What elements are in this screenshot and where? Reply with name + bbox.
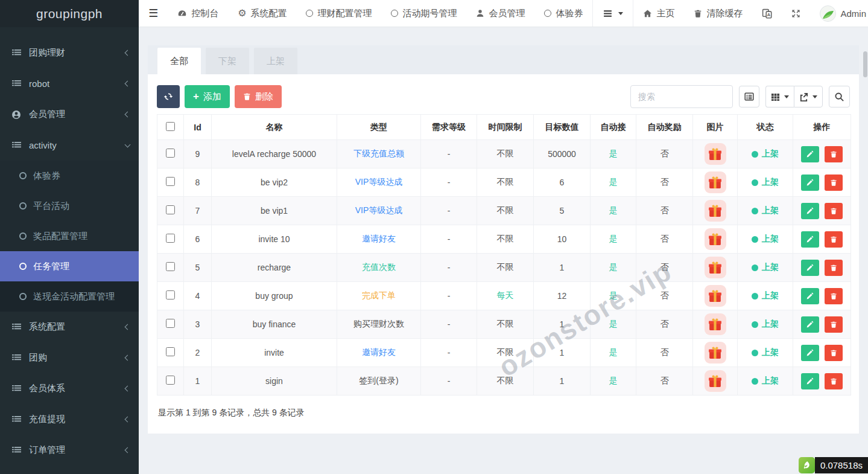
- tab-all[interactable]: 全部: [157, 48, 201, 74]
- gift-image[interactable]: [705, 257, 726, 278]
- scrollbar-thumb[interactable]: [863, 51, 867, 77]
- col-header-status[interactable]: 状态: [738, 115, 793, 140]
- delete-button[interactable]: 删除: [235, 85, 282, 108]
- columns-button[interactable]: [765, 86, 794, 107]
- gift-image[interactable]: [705, 143, 726, 165]
- cell-type[interactable]: VIP等级达成: [355, 205, 403, 215]
- pencil-icon: [806, 207, 814, 215]
- cell-type[interactable]: 邀请好友: [362, 234, 396, 243]
- delete-row-button[interactable]: [825, 146, 843, 162]
- sidebar-item-orders[interactable]: 订单管理: [0, 435, 139, 466]
- sidebar-item-recharge-withdraw[interactable]: 充值提现: [0, 404, 139, 435]
- refresh-button[interactable]: [157, 85, 180, 108]
- delete-row-button[interactable]: [825, 345, 843, 361]
- col-header-time-limit[interactable]: 时间限制: [477, 115, 534, 140]
- gift-icon: [708, 147, 723, 162]
- edit-row-button[interactable]: [801, 373, 819, 389]
- performance-badge: 0.078518s: [799, 457, 868, 473]
- row-checkbox[interactable]: [166, 177, 175, 186]
- select-all-checkbox[interactable]: [166, 122, 175, 131]
- edit-row-button[interactable]: [801, 288, 819, 304]
- brand-logo[interactable]: groupingph: [0, 0, 139, 27]
- col-header-actions[interactable]: 操作: [793, 115, 851, 140]
- nav-item-translate[interactable]: A: [752, 0, 782, 27]
- sidebar-toggle-button[interactable]: ☰: [139, 0, 168, 27]
- nav-item-vouchers[interactable]: 体验券: [534, 0, 592, 27]
- col-header-req-level[interactable]: 需求等级: [421, 115, 477, 140]
- delete-row-button[interactable]: [825, 231, 843, 248]
- add-button[interactable]: + 添加: [185, 85, 230, 108]
- gift-image[interactable]: [705, 171, 726, 193]
- nav-item-home[interactable]: 主页: [633, 0, 684, 27]
- search-input[interactable]: [630, 85, 733, 108]
- user-menu[interactable]: Admin: [810, 0, 868, 27]
- sidebar-subitem-prize-config[interactable]: 奖品配置管理: [0, 221, 139, 251]
- delete-row-button[interactable]: [825, 203, 843, 219]
- edit-row-button[interactable]: [801, 316, 819, 333]
- nav-item-members[interactable]: 会员管理: [466, 0, 534, 27]
- tab-on-shelf[interactable]: 上架: [254, 48, 297, 74]
- row-checkbox[interactable]: [166, 347, 175, 356]
- gift-image[interactable]: [705, 200, 726, 222]
- row-checkbox[interactable]: [166, 205, 175, 214]
- cell-type[interactable]: VIP等级达成: [355, 177, 403, 187]
- tab-off-shelf[interactable]: 下架: [206, 48, 249, 74]
- edit-row-button[interactable]: [801, 175, 819, 191]
- sidebar-item-activity[interactable]: activity: [0, 130, 139, 161]
- sidebar-item-group-finance[interactable]: 团购理财: [0, 37, 139, 68]
- sidebar-subitem-cash-activity-config[interactable]: 送现金活动配置管理: [0, 281, 139, 312]
- nav-item-period-management[interactable]: 活动期号管理: [381, 0, 466, 27]
- nav-item-fullscreen[interactable]: [782, 0, 810, 27]
- col-header-id[interactable]: Id: [184, 115, 212, 140]
- nav-menu-dropdown[interactable]: [592, 0, 633, 27]
- export-button[interactable]: [794, 86, 823, 107]
- sidebar-subitem-vouchers[interactable]: 体验券: [0, 161, 139, 191]
- edit-row-button[interactable]: [801, 260, 819, 276]
- gift-image[interactable]: [705, 370, 726, 392]
- cell-req-level: -: [421, 225, 477, 254]
- sidebar-item-robot[interactable]: robot: [0, 68, 139, 99]
- toggle-view-button[interactable]: [739, 86, 759, 107]
- col-header-type[interactable]: 类型: [337, 115, 421, 140]
- row-checkbox[interactable]: [166, 262, 175, 271]
- sidebar-subitem-task-management[interactable]: 任务管理: [0, 251, 139, 281]
- row-checkbox[interactable]: [166, 149, 175, 158]
- nav-item-finance-config[interactable]: 理财配置管理: [296, 0, 381, 27]
- edit-row-button[interactable]: [801, 345, 819, 361]
- gift-image[interactable]: [705, 313, 726, 335]
- col-header-name[interactable]: 名称: [212, 115, 337, 140]
- status-badge: 上架: [752, 262, 779, 273]
- delete-row-button[interactable]: [825, 316, 843, 333]
- delete-row-button[interactable]: [825, 260, 843, 276]
- select-all-header[interactable]: [157, 115, 184, 140]
- sidebar-item-system-config[interactable]: 系统配置: [0, 312, 139, 342]
- col-header-target[interactable]: 目标数值: [534, 115, 591, 140]
- pencil-icon: [806, 377, 814, 385]
- col-header-image[interactable]: 图片: [693, 115, 738, 140]
- edit-row-button[interactable]: [801, 146, 819, 162]
- col-header-auto-reward[interactable]: 自动奖励: [636, 115, 693, 140]
- edit-row-button[interactable]: [801, 203, 819, 219]
- nav-item-dashboard[interactable]: 控制台: [168, 0, 228, 27]
- row-checkbox[interactable]: [166, 290, 175, 299]
- cell-type[interactable]: 下级充值总额: [353, 149, 404, 158]
- delete-row-button[interactable]: [825, 175, 843, 191]
- search-button[interactable]: [829, 86, 850, 107]
- gift-image[interactable]: [705, 285, 726, 307]
- row-checkbox[interactable]: [166, 234, 175, 243]
- sidebar-item-groupbuy[interactable]: 团购: [0, 342, 139, 373]
- delete-row-button[interactable]: [825, 373, 843, 389]
- gift-image[interactable]: [705, 228, 726, 250]
- sidebar-item-members[interactable]: 会员管理: [0, 99, 139, 130]
- sidebar-item-member-system[interactable]: 会员体系: [0, 373, 139, 404]
- row-checkbox[interactable]: [166, 319, 175, 328]
- nav-item-clear-cache[interactable]: 清除缓存: [684, 0, 752, 27]
- row-checkbox[interactable]: [166, 376, 175, 385]
- delete-row-button[interactable]: [825, 288, 843, 304]
- sidebar-subitem-platform-activity[interactable]: 平台活动: [0, 191, 139, 221]
- edit-row-button[interactable]: [801, 231, 819, 248]
- nav-item-system-config[interactable]: ⚙ 系统配置: [228, 0, 296, 27]
- gift-image[interactable]: [705, 342, 726, 364]
- cell-type[interactable]: 邀请好友: [362, 347, 396, 357]
- col-header-auto-accept[interactable]: 自动接: [591, 115, 636, 140]
